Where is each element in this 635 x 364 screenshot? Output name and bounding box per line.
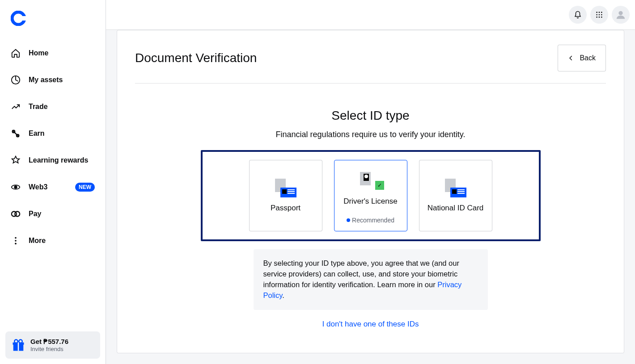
nav-label: Earn (29, 130, 45, 138)
svg-point-19 (599, 12, 600, 13)
svg-point-25 (599, 17, 600, 18)
home-icon (11, 48, 21, 58)
select-id-section: Select ID type Financial regulations req… (201, 109, 541, 329)
nav-item-pay[interactable]: Pay (5, 201, 100, 227)
select-id-subtitle: Financial regulations require us to veri… (201, 130, 541, 139)
nav-item-assets[interactable]: My assets (5, 67, 100, 93)
new-badge: NEW (75, 183, 95, 192)
svg-point-27 (618, 11, 622, 15)
nav-item-home[interactable]: Home (5, 40, 100, 66)
id-option-label: National ID Card (428, 204, 484, 213)
svg-rect-1 (21, 16, 26, 21)
logo-icon (11, 11, 26, 26)
svg-point-23 (601, 14, 602, 16)
referral-text: Get ₱557.76 Invite friends (30, 338, 68, 352)
id-option-drivers-license[interactable]: ✓ Driver's License Recommended (334, 160, 407, 231)
svg-point-9 (15, 212, 20, 217)
svg-line-3 (13, 130, 19, 137)
topbar (106, 0, 635, 30)
sidebar: Home My assets Trade Earn (0, 0, 106, 364)
svg-point-22 (599, 14, 600, 16)
apps-icon (596, 11, 603, 18)
svg-point-26 (601, 17, 602, 18)
nav-item-trade[interactable]: Trade (5, 94, 100, 120)
svg-point-7 (14, 186, 17, 188)
pay-icon (11, 209, 21, 219)
id-option-label: Passport (271, 204, 301, 213)
assets-icon (11, 75, 21, 85)
nav-item-more[interactable]: More (5, 228, 100, 254)
svg-point-12 (15, 243, 17, 245)
svg-point-10 (15, 237, 17, 239)
national-id-icon (445, 179, 466, 197)
nav-item-earn[interactable]: Earn (5, 121, 100, 146)
avatar-icon (616, 10, 626, 20)
svg-point-24 (596, 17, 597, 18)
trade-icon (11, 102, 21, 112)
consent-text: By selecting your ID type above, you agr… (254, 249, 488, 310)
referral-banner[interactable]: Get ₱557.76 Invite friends (5, 331, 100, 359)
consent-part-2: . (282, 291, 284, 299)
svg-point-16 (14, 339, 18, 343)
svg-point-11 (15, 240, 17, 242)
card: Document Verification Back Select ID typ… (117, 30, 624, 353)
gift-icon (12, 339, 25, 352)
svg-point-18 (596, 12, 597, 13)
nav-label: More (29, 237, 46, 245)
account-button[interactable] (612, 6, 630, 24)
nav-label: Web3 (29, 183, 47, 191)
referral-sub: Invite friends (30, 346, 68, 352)
svg-rect-15 (18, 342, 19, 351)
id-options-highlight: Passport ✓ Driver's License (201, 150, 541, 241)
card-header: Document Verification Back (135, 45, 606, 84)
referral-title: Get ₱557.76 (30, 338, 68, 346)
main: Document Verification Back Select ID typ… (106, 0, 635, 364)
logo[interactable] (5, 11, 100, 28)
back-label: Back (580, 54, 596, 62)
notifications-button[interactable] (569, 6, 587, 24)
back-button[interactable]: Back (558, 45, 606, 71)
dot-icon (347, 218, 350, 222)
id-option-passport[interactable]: Passport (249, 160, 322, 231)
apps-button[interactable] (590, 6, 608, 24)
id-option-label: Driver's License (343, 197, 397, 206)
recommended-label: Recommended (352, 217, 394, 224)
content: Document Verification Back Select ID typ… (106, 30, 635, 364)
nav-label: Trade (29, 103, 48, 111)
web3-icon (11, 182, 21, 192)
svg-point-21 (596, 14, 597, 16)
passport-icon (275, 179, 296, 197)
svg-point-17 (19, 339, 22, 343)
svg-point-20 (601, 12, 602, 13)
id-option-national-id[interactable]: National ID Card (419, 160, 492, 231)
nav-label: Learning rewards (29, 156, 88, 164)
chevron-left-icon (568, 55, 574, 61)
nav-item-learning[interactable]: Learning rewards (5, 147, 100, 173)
bell-icon (574, 11, 582, 19)
page-title: Document Verification (135, 51, 257, 65)
select-id-title: Select ID type (201, 109, 541, 123)
nav: Home My assets Trade Earn (5, 40, 100, 254)
no-id-link[interactable]: I don't have one of these IDs (322, 320, 419, 329)
nav-item-web3[interactable]: Web3 NEW (5, 174, 100, 200)
more-icon (11, 236, 21, 246)
nav-label: Home (29, 49, 48, 57)
learning-icon (11, 155, 21, 165)
consent-part-1: By selecting your ID type above, you agr… (263, 259, 459, 289)
nav-label: My assets (29, 76, 63, 84)
nav-label: Pay (29, 210, 41, 218)
earn-icon (11, 129, 21, 138)
checkmark-icon: ✓ (375, 181, 384, 190)
license-icon: ✓ (360, 172, 381, 191)
recommended-badge: Recommended (347, 217, 394, 224)
